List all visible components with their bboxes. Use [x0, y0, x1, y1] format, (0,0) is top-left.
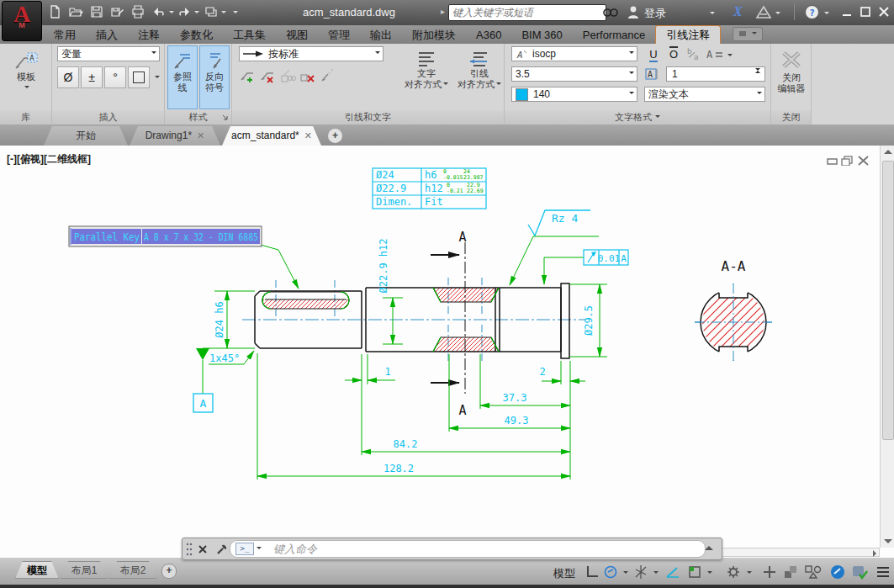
symbol-more-dropdown-icon[interactable]	[155, 76, 160, 81]
panel-leader-text-label[interactable]: 引线和文字	[232, 110, 504, 124]
workspace-blocks-icon[interactable]	[782, 564, 799, 580]
panel-text-format-label[interactable]: 文字格式	[505, 110, 770, 124]
qat-customize-icon[interactable]	[233, 11, 238, 16]
save-icon[interactable]	[89, 4, 106, 21]
settings-dropdown-icon[interactable]	[747, 571, 752, 576]
tab-bim360[interactable]: BIM 360	[511, 26, 572, 44]
help-icon[interactable]: ?	[804, 4, 821, 21]
tab-home[interactable]: 常用	[44, 26, 86, 44]
object-snap-icon[interactable]	[686, 564, 703, 580]
tab-manage[interactable]: 管理	[318, 26, 360, 44]
tab-addins[interactable]: 附加模块	[402, 26, 466, 44]
workspace-icon[interactable]	[204, 4, 220, 21]
panel-close-label[interactable]: 关闭	[771, 110, 811, 124]
file-tab-start[interactable]: 开始	[44, 126, 128, 146]
tab-parametric[interactable]: 参数化	[170, 26, 223, 44]
annotative-button[interactable]: A	[644, 66, 663, 82]
remove-leader-icon[interactable]	[259, 67, 276, 84]
vertical-scrollbar[interactable]	[880, 146, 894, 548]
feature-control-frame[interactable]: 0.01 A	[544, 250, 628, 284]
horizontal-scrollbar[interactable]	[719, 548, 880, 557]
box-symbol-button[interactable]	[128, 66, 150, 88]
section-line[interactable]: A A	[431, 230, 467, 418]
file-tab-drawing1[interactable]: Drawing1*✕	[130, 126, 220, 146]
mtext-editor[interactable]: Parallel Key A 8 x 7 x 32 - DIN 6885	[69, 226, 299, 289]
new-file-icon[interactable]	[47, 4, 64, 21]
close-button[interactable]	[875, 5, 893, 19]
tab-annotate[interactable]: 注释	[128, 26, 170, 44]
overline-button[interactable]: O	[664, 46, 683, 62]
file-tab-acm-standard[interactable]: acm_standard*✕	[222, 126, 321, 146]
add-leader-icon[interactable]	[239, 67, 256, 84]
leader-align-button[interactable]: 引线 对齐方式	[456, 45, 503, 109]
redo-icon[interactable]	[177, 4, 193, 21]
customization-menu-icon[interactable]	[875, 564, 891, 580]
command-customize-icon[interactable]	[215, 543, 229, 556]
scroll-down-icon[interactable]	[884, 539, 892, 543]
diameter-symbol-button[interactable]: Ø	[57, 66, 79, 88]
tab-insert[interactable]: 插入	[86, 26, 128, 44]
surface-roughness[interactable]: Rz 4	[510, 210, 599, 285]
annotation-objects-icon[interactable]	[804, 564, 821, 580]
command-input[interactable]: >_ 键入命令	[230, 540, 706, 558]
dimensions[interactable]	[203, 284, 607, 479]
command-close-icon[interactable]	[197, 543, 209, 555]
close-tab-icon[interactable]: ✕	[304, 130, 312, 140]
maximize-button[interactable]	[856, 5, 875, 19]
new-drawing-tab-button[interactable]: +	[328, 129, 342, 143]
scroll-up-icon[interactable]	[884, 150, 892, 154]
plot-icon[interactable]	[130, 4, 147, 21]
reverse-symbol-toggle[interactable]: 反向 符号	[199, 45, 230, 109]
isolate-objects-icon[interactable]	[851, 564, 868, 580]
template-button[interactable]: A 模板	[5, 45, 47, 109]
application-menu-button[interactable]: A M	[2, 1, 42, 41]
vertical-scroll-thumb[interactable]	[882, 161, 894, 440]
hardware-acceleration-icon[interactable]	[829, 564, 846, 580]
tracking-spinner[interactable]: 1	[666, 66, 765, 82]
tab-output[interactable]: 输出	[360, 26, 402, 44]
viewport-close-icon[interactable]	[857, 156, 870, 166]
help-dropdown-icon[interactable]	[824, 12, 829, 17]
text-color-combo[interactable]: 140	[511, 87, 637, 102]
exchange-apps-icon[interactable]: X	[733, 4, 743, 19]
model-space-toggle[interactable]: 模型	[553, 566, 575, 581]
isometric-drafting-icon[interactable]	[632, 564, 649, 580]
command-prompt-icon[interactable]: >_	[235, 543, 254, 555]
tab-a360[interactable]: A360	[466, 26, 511, 44]
tab-view[interactable]: 视图	[276, 26, 318, 44]
panel-library-label[interactable]: 库	[0, 110, 51, 124]
reference-line-toggle[interactable]: 参照 线	[167, 45, 198, 109]
search-input[interactable]	[448, 4, 606, 21]
command-line[interactable]: >_ 键入命令	[182, 538, 722, 560]
user-icon[interactable]	[627, 5, 643, 22]
close-tab-icon[interactable]: ✕	[197, 130, 204, 140]
undo-icon[interactable]	[151, 4, 168, 21]
isometric-dropdown-icon[interactable]	[653, 571, 659, 576]
render-text-combo[interactable]: 渲染文本	[644, 87, 765, 102]
viewport-restore-icon[interactable]	[841, 156, 854, 166]
layout-tab-model[interactable]: 模型	[15, 561, 59, 579]
a360-dropdown-icon[interactable]	[775, 12, 780, 17]
a360-icon[interactable]	[755, 5, 772, 22]
tab-performance[interactable]: Performance	[573, 26, 655, 44]
ribbon-minimize-button[interactable]	[733, 27, 763, 41]
save-as-icon[interactable]	[109, 4, 126, 21]
text-align-button[interactable]: 文字 对齐方式	[400, 45, 452, 109]
layout-tab-layout1[interactable]: 布局1	[61, 561, 108, 579]
fits-table[interactable]: Ø24 h6 Ø22.9 h12 Dimen. Fit 0 -0.015 24 …	[373, 168, 486, 209]
redo-dropdown-icon[interactable]	[194, 11, 199, 16]
dynamic-input-dropdown-icon[interactable]	[623, 571, 628, 576]
grid-icon[interactable]	[584, 564, 600, 580]
dangling-leader-icon[interactable]	[320, 67, 336, 84]
open-file-icon[interactable]	[68, 4, 85, 21]
shaft-outline[interactable]	[255, 283, 569, 358]
leader-style-combo[interactable]: 按标准	[239, 46, 384, 61]
drawing-canvas[interactable]: [-][俯视][二维线框]	[0, 146, 880, 557]
osnap-dropdown-icon[interactable]	[707, 571, 712, 576]
viewport-minimize-icon[interactable]	[826, 156, 838, 166]
sign-in-button[interactable]: 登录	[644, 6, 666, 21]
search-icon[interactable]	[602, 6, 619, 23]
command-expand-icon[interactable]	[705, 546, 713, 550]
degree-symbol-button[interactable]: °	[104, 66, 126, 88]
minimize-button[interactable]	[838, 5, 856, 19]
